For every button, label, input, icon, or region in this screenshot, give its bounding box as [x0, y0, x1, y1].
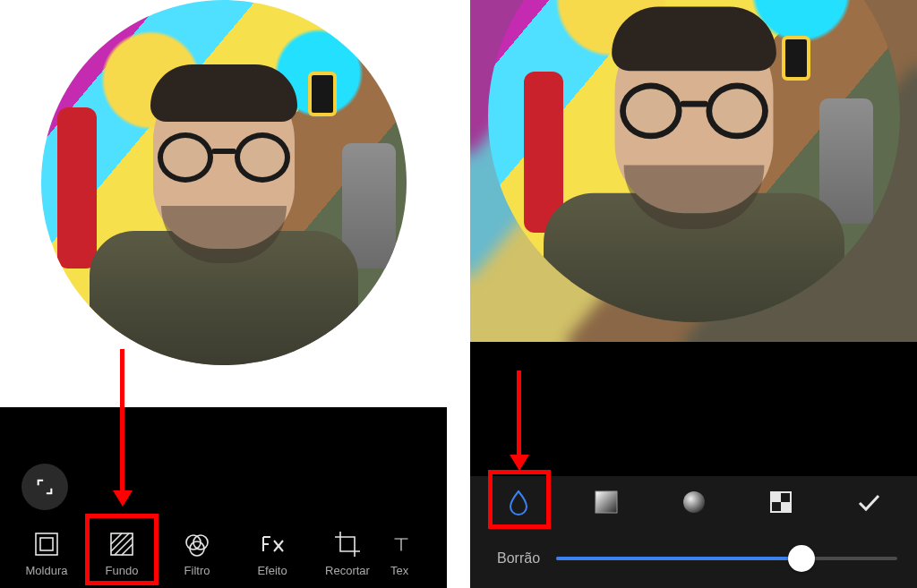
slider-thumb[interactable] — [788, 545, 815, 572]
fx-icon — [258, 530, 287, 558]
toolbar-item-texto[interactable]: Tex — [385, 519, 421, 588]
svg-point-13 — [683, 491, 705, 513]
text-icon — [390, 530, 412, 558]
checker-icon — [767, 489, 794, 516]
expand-button[interactable] — [21, 464, 68, 510]
bottom-toolbar: Moldura Fundo Filtro — [0, 519, 447, 588]
crop-icon — [333, 530, 362, 558]
toolbar-item-fundo[interactable]: Fundo — [84, 519, 159, 588]
photo-subject-person — [544, 13, 844, 322]
toolbar-label: Efeito — [257, 564, 287, 577]
blur-slider-row: Borrão — [470, 528, 917, 588]
bg-option-sphere[interactable] — [669, 476, 719, 528]
toolbar-item-recortar[interactable]: Recortar — [310, 519, 385, 588]
svg-rect-0 — [36, 533, 57, 555]
svg-rect-15 — [771, 492, 781, 502]
svg-rect-16 — [781, 502, 791, 512]
toolbar-item-filtro[interactable]: Filtro — [159, 519, 235, 588]
toolbar-label: Recortar — [325, 564, 370, 577]
frame-icon — [32, 530, 61, 558]
profile-photo-circle[interactable] — [41, 0, 407, 365]
editor-canvas-white[interactable] — [0, 0, 447, 407]
toolbar-item-efeito[interactable]: Efeito — [235, 519, 310, 588]
subject-glasses — [620, 83, 768, 140]
toolbar-label: Filtro — [184, 564, 210, 577]
blur-slider[interactable] — [556, 542, 897, 575]
check-icon — [855, 489, 882, 516]
drop-icon — [505, 489, 532, 516]
subject-face — [153, 70, 295, 249]
toolbar-label: Fundo — [106, 564, 139, 577]
subject-hair — [150, 64, 297, 122]
venn-icon — [183, 530, 211, 558]
toolbar-label: Moldura — [26, 564, 68, 577]
subject-glasses — [158, 132, 290, 183]
sphere-icon — [681, 489, 707, 516]
svg-rect-2 — [111, 533, 133, 555]
editor-canvas-blurred[interactable] — [470, 0, 917, 342]
toolbar-label: Tex — [390, 564, 408, 577]
confirm-button[interactable] — [844, 476, 894, 528]
editor-spacer-black — [0, 407, 447, 519]
screen-2: Borrão — [470, 0, 917, 588]
toolbar-item-moldura[interactable]: Moldura — [9, 519, 84, 588]
svg-rect-12 — [596, 491, 617, 513]
subject-hair — [612, 6, 776, 71]
editor-spacer-black — [470, 342, 917, 476]
bg-option-vignette[interactable] — [581, 476, 631, 528]
hatch-icon — [107, 530, 136, 558]
slider-label: Borrão — [497, 550, 540, 567]
bg-option-pattern[interactable] — [756, 476, 806, 528]
subject-face — [614, 13, 773, 213]
slider-fill — [556, 557, 801, 560]
gradient-square-icon — [593, 489, 620, 516]
background-style-toolbar — [470, 476, 917, 528]
photo-subject-person — [90, 70, 358, 365]
bg-option-blur[interactable] — [493, 476, 544, 528]
svg-rect-1 — [40, 538, 53, 550]
expand-icon — [35, 477, 55, 497]
screen-1: Moldura Fundo Filtro — [0, 0, 447, 588]
